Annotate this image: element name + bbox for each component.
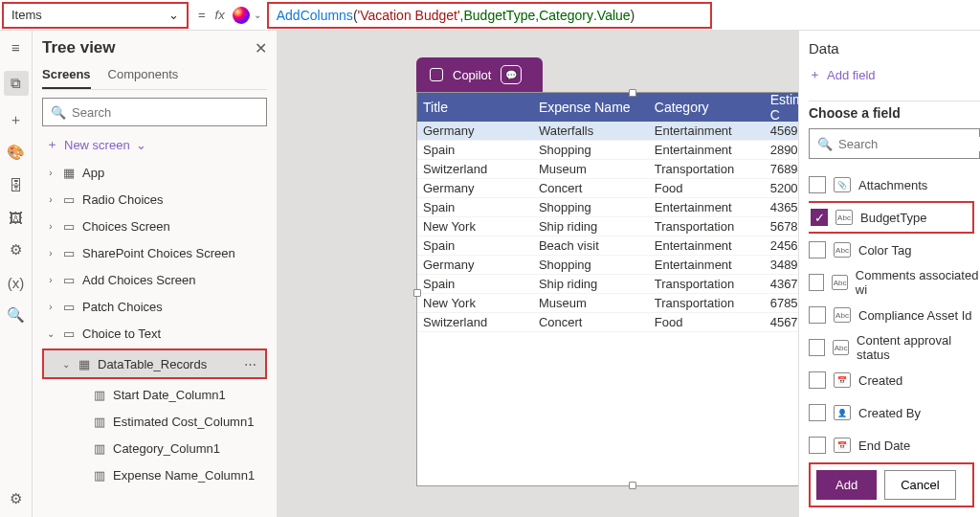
col-category[interactable]: Category xyxy=(649,100,765,115)
field-search-input[interactable] xyxy=(838,137,980,151)
tree-search-input[interactable] xyxy=(72,105,258,120)
power-automate-icon[interactable]: ⚙ xyxy=(8,241,25,258)
settings-icon[interactable]: ⚙ xyxy=(8,490,25,507)
close-icon[interactable]: ✕ xyxy=(255,39,267,57)
tree-item-column[interactable]: ▥Category_Column1 xyxy=(42,435,267,461)
tree-item[interactable]: ›▭Choices Screen xyxy=(42,213,267,239)
tree-item-column[interactable]: ▥Estimated Cost_Column1 xyxy=(42,408,267,435)
screen-icon: ▭ xyxy=(61,219,77,234)
tree-item[interactable]: ›▭Patch Choices xyxy=(42,293,267,320)
checkbox[interactable] xyxy=(809,437,826,454)
property-label: Items xyxy=(11,8,42,22)
field-option[interactable]: 📅End Date xyxy=(809,429,980,461)
table-row[interactable]: GermanyShoppingEntertainment34890 xyxy=(417,256,840,275)
search-icon: 🔍 xyxy=(817,137,833,151)
column-icon: ▥ xyxy=(92,415,107,429)
copilot-toolbar[interactable]: Copilot 💬 xyxy=(416,57,543,92)
field-option[interactable]: 👤Created By xyxy=(809,396,980,429)
table-row[interactable]: SpainShoppingEntertainment28905 xyxy=(417,141,840,160)
col-title[interactable]: Title xyxy=(417,100,533,115)
table-row[interactable]: SpainShoppingEntertainment43658 xyxy=(417,198,840,217)
table-row[interactable]: New YorkMuseumTransportation67858 xyxy=(417,294,840,313)
field-label: Color Tag xyxy=(858,243,911,258)
tab-components[interactable]: Components xyxy=(108,63,179,89)
field-type-icon: Abc xyxy=(834,307,851,323)
field-label: Created xyxy=(858,373,902,388)
choose-field-label: Choose a field xyxy=(809,105,980,121)
chevron-down-icon[interactable]: ⌄ xyxy=(254,10,261,20)
field-option[interactable]: 📅Created xyxy=(809,364,980,396)
table-row[interactable]: SpainShip ridingTransportation43678 xyxy=(417,275,840,294)
insert-icon[interactable]: ＋ xyxy=(8,111,25,128)
tree-view-icon[interactable]: ⧉ xyxy=(4,71,29,96)
field-search[interactable]: 🔍 xyxy=(809,128,980,159)
chevron-down-icon: ⌄ xyxy=(136,138,146,152)
table-row[interactable]: SwitzerlandConcertFood45678 xyxy=(417,313,840,332)
checkbox[interactable] xyxy=(809,176,826,193)
table-row[interactable]: GermanyWaterfallsEntertainment45690 xyxy=(417,122,840,141)
screen-icon: ▭ xyxy=(61,300,77,314)
field-type-icon: Abc xyxy=(833,340,849,355)
checkbox[interactable] xyxy=(809,339,825,356)
table-row[interactable]: SwitzerlandMuseumTransportation76894 xyxy=(417,160,840,179)
column-icon: ▥ xyxy=(92,388,107,402)
formula-arg1: 'Vacation Budget' xyxy=(358,8,460,23)
screen-icon: ▭ xyxy=(61,326,77,341)
table-row[interactable]: New YorkShip ridingTransportation5678 xyxy=(417,217,840,236)
field-type-icon: Abc xyxy=(832,275,847,290)
tree-item-column[interactable]: ▥Start Date_Column1 xyxy=(42,381,267,408)
tab-screens[interactable]: Screens xyxy=(42,63,91,89)
copilot-chat-icon[interactable]: 💬 xyxy=(501,65,522,84)
app-icon: ▦ xyxy=(61,166,77,180)
field-type-icon: 👤 xyxy=(834,405,851,420)
fx-label: fx xyxy=(215,8,233,22)
tree-item-column[interactable]: ▥Expense Name_Column1 xyxy=(42,461,267,488)
search-icon[interactable]: 🔍 xyxy=(8,306,25,324)
field-option[interactable]: AbcColor Tag xyxy=(809,234,980,266)
field-option[interactable]: AbcComments associated wi xyxy=(809,266,980,299)
table-row[interactable]: GermanyConcertFood52000 xyxy=(417,179,840,198)
checkbox[interactable] xyxy=(809,404,826,421)
formula-bar[interactable]: AddColumns('Vacation Budget',BudgetType,… xyxy=(267,2,712,29)
new-screen-label: New screen xyxy=(64,138,130,152)
cancel-button[interactable]: Cancel xyxy=(884,470,955,500)
field-option[interactable]: AbcContent approval status xyxy=(809,331,980,364)
theme-icon[interactable]: 🎨 xyxy=(8,144,25,161)
field-label: Compliance Asset Id xyxy=(858,308,972,323)
checkbox[interactable] xyxy=(809,274,824,291)
checkbox[interactable] xyxy=(809,306,826,324)
property-selector[interactable]: Items ⌄ xyxy=(2,2,189,29)
tree-item-datatable[interactable]: ⌄▦DataTable_Records⋯ xyxy=(44,350,265,377)
checkbox[interactable] xyxy=(809,241,826,258)
formula-fn: AddColumns xyxy=(277,8,353,23)
table-header: Title Expense Name Category Estimated C xyxy=(417,93,840,122)
variables-icon[interactable]: (x) xyxy=(8,274,25,291)
field-option[interactable]: ✓AbcBudgetType xyxy=(809,201,974,234)
field-label: BudgetType xyxy=(860,211,926,225)
tree-item[interactable]: ›▭SharePoint Choices Screen xyxy=(42,239,267,266)
data-icon[interactable]: 🗄 xyxy=(8,176,25,193)
copilot-icon xyxy=(430,68,443,81)
column-icon: ▥ xyxy=(92,441,107,456)
hamburger-icon[interactable]: ≡ xyxy=(8,38,25,56)
tree-search[interactable]: 🔍 xyxy=(42,98,267,126)
media-icon[interactable]: 🖼 xyxy=(8,209,25,226)
new-screen-button[interactable]: ＋ New screen ⌄ xyxy=(46,136,263,153)
tree-item[interactable]: ›▭Add Choices Screen xyxy=(42,266,267,293)
table-row[interactable]: SpainBeach visitEntertainment24567 xyxy=(417,236,840,256)
more-icon[interactable]: ⋯ xyxy=(244,357,257,371)
data-table[interactable]: Title Expense Name Category Estimated C … xyxy=(416,92,841,486)
add-field-label: Add field xyxy=(827,68,876,82)
col-expense[interactable]: Expense Name xyxy=(533,100,649,115)
checkbox[interactable]: ✓ xyxy=(811,209,828,226)
screen-icon: ▭ xyxy=(61,273,77,287)
tree-item-app[interactable]: ›▦App xyxy=(42,159,267,186)
field-type-icon: 📎 xyxy=(834,177,851,192)
checkbox[interactable] xyxy=(809,371,826,389)
tree-item[interactable]: ⌄▭Choice to Text xyxy=(42,320,267,347)
add-button[interactable]: Add xyxy=(816,470,877,500)
field-option[interactable]: AbcCompliance Asset Id xyxy=(809,299,980,331)
add-field-button[interactable]: ＋ Add field xyxy=(809,66,980,83)
field-option[interactable]: 📎Attachments xyxy=(809,169,980,201)
tree-item[interactable]: ›▭Radio Choices xyxy=(42,186,267,213)
